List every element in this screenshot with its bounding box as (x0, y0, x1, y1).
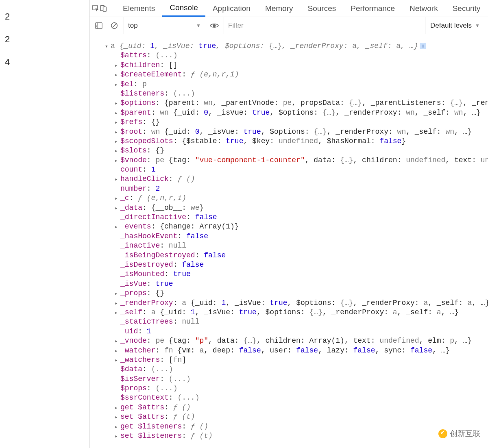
object-property[interactable]: _isBeingDestroyed: false (105, 251, 488, 260)
disclosure-triangle-icon[interactable] (115, 298, 120, 308)
object-property[interactable]: _props: {} (105, 289, 488, 298)
disclosure-triangle-icon[interactable] (115, 222, 120, 231)
disclosure-triangle-icon[interactable] (115, 108, 120, 117)
object-property[interactable]: _c: ƒ (e,n,r,i) (105, 194, 488, 203)
object-property[interactable]: $children: [] (105, 61, 488, 70)
tab-application[interactable]: Application (205, 0, 258, 17)
object-property[interactable]: set $listeners: ƒ (t) (105, 431, 488, 441)
object-property[interactable]: handleClick: ƒ () (105, 174, 488, 184)
object-property[interactable]: $parent: wn {_uid: 0, _isVue: true, $opt… (105, 108, 488, 117)
disclosure-triangle-icon[interactable] (115, 127, 120, 137)
disclosure-triangle-icon[interactable] (115, 422, 120, 431)
live-expression-icon[interactable] (208, 22, 220, 29)
tab-elements[interactable]: Elements (115, 0, 162, 17)
object-property[interactable]: number: 2 (105, 184, 488, 194)
object-property[interactable]: _isVue: true (105, 279, 488, 289)
disclosure-triangle-icon[interactable] (115, 117, 120, 127)
object-property[interactable]: _staticTrees: null (105, 317, 488, 326)
execution-context-selector[interactable]: top ▼ (124, 17, 205, 34)
disclosure-triangle-icon[interactable] (115, 146, 120, 155)
object-property[interactable]: get $attrs: ƒ () (105, 403, 488, 412)
object-property[interactable]: _data: {__ob__: we} (105, 203, 488, 213)
tab-network[interactable]: Network (402, 0, 445, 17)
object-property[interactable]: count: 1 (105, 165, 488, 174)
disclosure-triangle-icon[interactable] (115, 346, 120, 355)
console-toolbar: top ▼ Default levels ▼ (89, 17, 488, 34)
object-property[interactable]: _events: {change: Array(1)} (105, 222, 488, 231)
watermark-logo-icon (438, 429, 447, 438)
object-property[interactable]: $vnode: pe {tag: "vue-component-1-counte… (105, 156, 488, 165)
object-property[interactable]: set $attrs: ƒ (t) (105, 412, 488, 422)
object-property[interactable]: _directInactive: false (105, 213, 488, 222)
devtools-panel: ElementsConsoleApplicationMemorySourcesP… (89, 0, 488, 448)
object-property[interactable]: _self: a {_uid: 1, _isVue: true, $option… (105, 308, 488, 317)
object-property[interactable]: _inactive: null (105, 241, 488, 250)
disclosure-triangle-icon[interactable] (115, 336, 120, 346)
object-property[interactable]: $options: {parent: wn, _parentVnode: pe,… (105, 98, 488, 108)
clear-console-icon[interactable] (108, 22, 120, 29)
disclosure-triangle-icon[interactable] (115, 203, 120, 213)
object-property[interactable]: $isServer: (...) (105, 374, 488, 384)
object-property[interactable]: $ssrContext: (...) (105, 393, 488, 402)
object-property[interactable]: _isMounted: true (105, 270, 488, 279)
disclosure-triangle-icon[interactable] (115, 174, 120, 184)
disclosure-triangle-icon[interactable] (115, 80, 120, 89)
svg-point-5 (213, 24, 216, 27)
page-value: 4 (5, 57, 84, 67)
tab-sources[interactable]: Sources (301, 0, 344, 17)
context-label: top (128, 22, 138, 30)
disclosure-triangle-icon[interactable] (115, 70, 120, 79)
object-property[interactable]: _hasHookEvent: false (105, 232, 488, 241)
disclosure-triangle-icon[interactable] (115, 61, 120, 70)
log-levels-selector[interactable]: Default levels ▼ (425, 17, 485, 34)
watermark: 创新互联 (438, 428, 481, 439)
object-property[interactable]: $scopedSlots: {$stable: true, $key: unde… (105, 137, 488, 146)
disclosure-triangle-icon[interactable] (115, 194, 120, 203)
object-property[interactable]: $el: p (105, 80, 488, 89)
tab-console[interactable]: Console (162, 0, 205, 17)
object-property[interactable]: $refs: {} (105, 117, 488, 127)
object-property[interactable]: $root: wn {_uid: 0, _isVue: true, $optio… (105, 127, 488, 137)
disclosure-triangle-icon[interactable] (105, 41, 111, 51)
object-property[interactable]: $slots: {} (105, 146, 488, 155)
object-property[interactable]: _isDestroyed: false (105, 260, 488, 270)
info-badge-icon[interactable]: i (420, 43, 426, 49)
object-property[interactable]: $attrs: (...) (105, 51, 488, 60)
object-header[interactable]: a {_uid: 1, _isVue: true, $options: {…},… (105, 41, 488, 51)
object-property[interactable]: _watchers: [fn] (105, 355, 488, 365)
object-property[interactable]: _renderProxy: a {_uid: 1, _isVue: true, … (105, 298, 488, 308)
disclosure-triangle-icon[interactable] (115, 156, 120, 165)
disclosure-triangle-icon[interactable] (115, 289, 120, 298)
object-property[interactable]: _uid: 1 (105, 327, 488, 336)
tab-security[interactable]: Security (445, 0, 488, 17)
disclosure-triangle-icon[interactable] (115, 403, 120, 412)
filter-input[interactable] (224, 22, 422, 30)
watermark-text: 创新互联 (450, 428, 481, 439)
disclosure-triangle-icon[interactable] (115, 308, 120, 317)
tab-performance[interactable]: Performance (343, 0, 402, 17)
object-property[interactable]: $listeners: (...) (105, 89, 488, 98)
disclosure-triangle-icon[interactable] (115, 98, 120, 108)
disclosure-triangle-icon[interactable] (115, 431, 120, 441)
disclosure-triangle-icon[interactable] (115, 137, 120, 146)
svg-rect-2 (103, 7, 107, 11)
page-value: 2 (5, 34, 84, 45)
disclosure-triangle-icon[interactable] (115, 412, 120, 422)
device-toolbar-icon[interactable] (100, 4, 107, 12)
devtools-tabbar: ElementsConsoleApplicationMemorySourcesP… (89, 0, 488, 17)
object-property[interactable]: _vnode: pe {tag: "p", data: {…}, childre… (105, 336, 488, 346)
page-content: 2 2 4 (0, 0, 89, 448)
tab-memory[interactable]: Memory (258, 0, 301, 17)
filter-box (224, 17, 422, 34)
object-property[interactable]: $props: (...) (105, 384, 488, 393)
console-output[interactable]: a {_uid: 1, _isVue: true, $options: {…},… (89, 34, 488, 448)
page-value: 2 (5, 11, 84, 22)
object-property[interactable]: _watcher: fn {vm: a, deep: false, user: … (105, 346, 488, 355)
object-property[interactable]: $createElement: ƒ (e,n,r,i) (105, 70, 488, 79)
object-property[interactable]: $data: (...) (105, 365, 488, 374)
object-property[interactable]: get $listeners: ƒ () (105, 422, 488, 431)
levels-label: Default levels (430, 22, 472, 30)
disclosure-triangle-icon[interactable] (115, 355, 120, 365)
show-console-sidebar-icon[interactable] (93, 22, 105, 29)
inspect-element-icon[interactable] (92, 4, 100, 12)
